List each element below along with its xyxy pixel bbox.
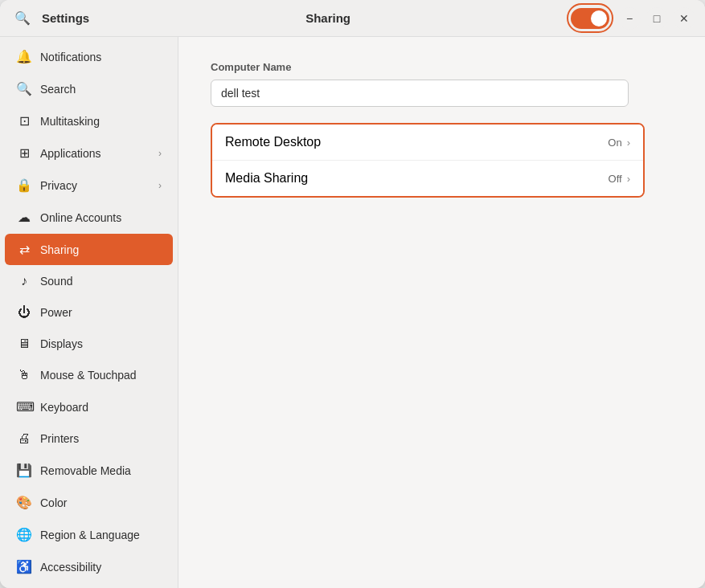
privacy-icon: 🔒 bbox=[16, 178, 32, 193]
search-icon-button[interactable]: 🔍 bbox=[10, 6, 35, 31]
notifications-icon: 🔔 bbox=[16, 49, 32, 64]
computer-name-input[interactable] bbox=[211, 80, 629, 107]
sidebar-item-displays[interactable]: 🖥Displays bbox=[5, 329, 173, 359]
sidebar-item-search[interactable]: 🔍Search bbox=[5, 73, 173, 104]
sidebar-item-printers[interactable]: 🖨Printers bbox=[5, 423, 173, 454]
sidebar: 🔔Notifications🔍Search⊡Multitasking⊞Appli… bbox=[0, 37, 178, 588]
keyboard-icon: ⌨ bbox=[16, 399, 32, 414]
minimize-button[interactable]: − bbox=[618, 7, 641, 30]
sidebar-item-sharing-label: Sharing bbox=[40, 243, 79, 256]
sidebar-item-mouse-touchpad[interactable]: 🖱Mouse & Touchpad bbox=[5, 360, 173, 390]
titlebar-center: Sharing bbox=[89, 11, 567, 25]
sidebar-item-color[interactable]: 🎨Color bbox=[5, 487, 173, 518]
region-language-icon: 🌐 bbox=[16, 527, 32, 542]
remote-desktop-status: On bbox=[608, 137, 621, 149]
app-title: Settings bbox=[42, 11, 89, 25]
media-sharing-chevron-icon: › bbox=[627, 173, 630, 185]
search-icon: 🔍 bbox=[16, 81, 32, 96]
sidebar-item-online-accounts-label: Online Accounts bbox=[40, 211, 121, 224]
multitasking-icon: ⊡ bbox=[16, 113, 32, 129]
media-sharing-label: Media Sharing bbox=[225, 171, 609, 186]
sidebar-item-applications-label: Applications bbox=[40, 147, 101, 160]
sidebar-item-removable-media[interactable]: 💾Removable Media bbox=[5, 455, 173, 486]
applications-icon: ⊞ bbox=[16, 145, 32, 161]
sidebar-item-online-accounts[interactable]: ☁Online Accounts bbox=[5, 202, 173, 233]
sidebar-item-privacy-label: Privacy bbox=[40, 179, 77, 192]
sidebar-item-multitasking-label: Multitasking bbox=[40, 115, 100, 128]
media-sharing-item[interactable]: Media Sharing Off › bbox=[212, 161, 643, 196]
sidebar-item-sharing[interactable]: ⇄Sharing bbox=[5, 234, 173, 265]
sharing-list: Remote Desktop On › Media Sharing Off › bbox=[211, 123, 645, 198]
applications-chevron-icon: › bbox=[158, 148, 162, 159]
sound-icon: ♪ bbox=[16, 274, 32, 288]
sidebar-item-notifications[interactable]: 🔔Notifications bbox=[5, 41, 173, 72]
sidebar-item-keyboard[interactable]: ⌨Keyboard bbox=[5, 391, 173, 423]
remote-desktop-label: Remote Desktop bbox=[225, 135, 608, 149]
maximize-button[interactable]: □ bbox=[646, 7, 668, 30]
privacy-chevron-icon: › bbox=[158, 180, 162, 191]
sidebar-item-printers-label: Printers bbox=[40, 432, 79, 445]
sidebar-item-color-label: Color bbox=[40, 496, 67, 509]
online-accounts-icon: ☁ bbox=[16, 210, 32, 225]
sharing-toggle[interactable] bbox=[571, 8, 609, 29]
sidebar-item-power[interactable]: ⏻Power bbox=[5, 297, 173, 328]
titlebar-controls: − □ ✕ bbox=[567, 3, 695, 33]
sidebar-item-search-label: Search bbox=[40, 83, 76, 96]
page-title: Sharing bbox=[305, 11, 350, 25]
displays-icon: 🖥 bbox=[16, 337, 32, 351]
sidebar-item-region-language-label: Region & Language bbox=[40, 529, 140, 541]
sidebar-item-accessibility[interactable]: ♿Accessibility bbox=[5, 551, 173, 582]
computer-name-label: Computer Name bbox=[211, 61, 673, 73]
sidebar-item-accessibility-label: Accessibility bbox=[40, 561, 101, 574]
sidebar-item-privacy[interactable]: 🔒Privacy› bbox=[5, 169, 173, 201]
sidebar-item-multitasking[interactable]: ⊡Multitasking bbox=[5, 105, 173, 137]
sidebar-item-power-label: Power bbox=[40, 306, 72, 319]
remote-desktop-chevron-icon: › bbox=[627, 137, 630, 149]
content-area: 🔔Notifications🔍Search⊡Multitasking⊞Appli… bbox=[0, 37, 705, 588]
media-sharing-status: Off bbox=[609, 173, 622, 185]
titlebar: 🔍 Settings Sharing − □ ✕ bbox=[0, 0, 705, 37]
accessibility-icon: ♿ bbox=[16, 559, 32, 574]
sidebar-item-region-language[interactable]: 🌐Region & Language bbox=[5, 519, 173, 550]
titlebar-left: 🔍 Settings bbox=[10, 6, 89, 31]
sidebar-item-applications[interactable]: ⊞Applications› bbox=[5, 137, 173, 169]
close-button[interactable]: ✕ bbox=[673, 7, 695, 30]
sidebar-item-removable-media-label: Removable Media bbox=[40, 464, 131, 477]
sidebar-item-notifications-label: Notifications bbox=[40, 51, 101, 63]
sidebar-item-mouse-touchpad-label: Mouse & Touchpad bbox=[40, 369, 137, 382]
mouse-touchpad-icon: 🖱 bbox=[16, 368, 32, 382]
sharing-icon: ⇄ bbox=[16, 242, 32, 257]
color-icon: 🎨 bbox=[16, 495, 32, 510]
removable-media-icon: 💾 bbox=[16, 463, 32, 478]
sidebar-item-sound[interactable]: ♪Sound bbox=[5, 266, 173, 296]
remote-desktop-item[interactable]: Remote Desktop On › bbox=[212, 125, 643, 161]
sidebar-item-keyboard-label: Keyboard bbox=[40, 401, 88, 414]
sidebar-item-displays-label: Displays bbox=[40, 337, 83, 350]
sidebar-item-sound-label: Sound bbox=[40, 275, 72, 288]
sharing-toggle-highlight bbox=[567, 3, 613, 33]
printers-icon: 🖨 bbox=[16, 431, 32, 446]
main-panel: Computer Name Remote Desktop On › Media … bbox=[178, 37, 705, 588]
settings-window: 🔍 Settings Sharing − □ ✕ 🔔Notifications🔍… bbox=[0, 0, 705, 588]
power-icon: ⏻ bbox=[16, 305, 32, 320]
